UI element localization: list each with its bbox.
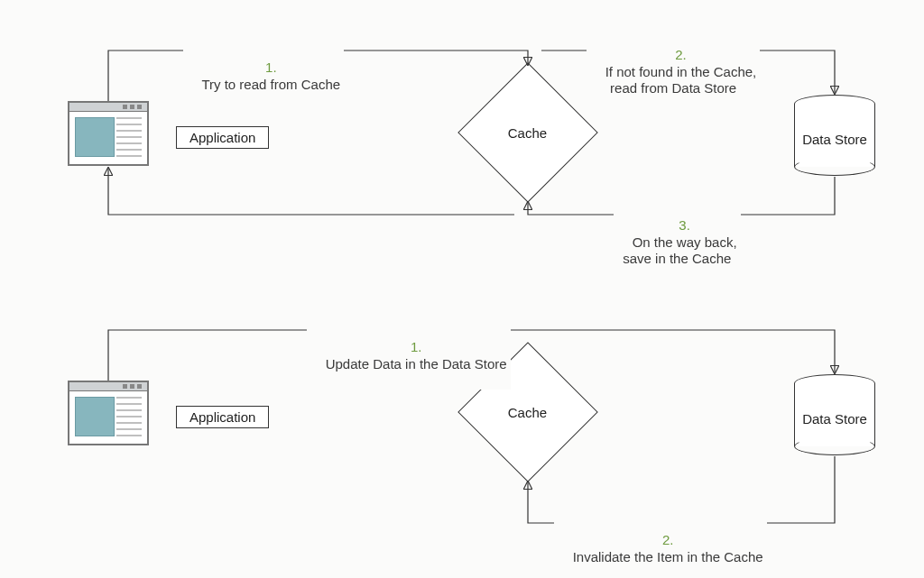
step-text: On the way back, save in the Cache: [623, 234, 736, 267]
datastore-label: Data Store: [802, 411, 867, 427]
datastore-label: Data Store: [802, 132, 867, 147]
application-node-label: Application: [176, 406, 269, 428]
step-text: Update Data in the Data Store: [326, 356, 507, 372]
flow-step-3: 3. On the way back, save in the Cache: [614, 200, 741, 285]
step-number: 2.: [662, 532, 674, 547]
step-text: Try to read from Cache: [201, 77, 340, 92]
datastore-node: Data Store: [794, 95, 875, 176]
flow-lines-top: [0, 0, 924, 578]
cache-node: Cache: [457, 62, 598, 203]
flow-step-1: 1. Try to read from Cache: [183, 42, 344, 110]
step-number: 3.: [679, 217, 690, 233]
flow-lines-bottom: [0, 0, 924, 578]
datastore-node: Data Store: [794, 374, 875, 455]
flow-step-2: 2. If not found in the Cache, read from …: [587, 30, 760, 115]
step-number: 2.: [675, 47, 687, 62]
flow-step-2: 2. Invalidate the Item in the Cache: [554, 515, 767, 578]
step-text: Invalidate the Item in the Cache: [573, 549, 763, 564]
application-node-label: Application: [176, 126, 269, 149]
step-number: 1.: [265, 60, 277, 75]
application-icon: [68, 101, 149, 166]
flow-step-1: 1. Update Data in the Data Store: [307, 322, 511, 390]
cache-label: Cache: [508, 404, 547, 419]
application-icon: [68, 381, 149, 445]
step-text: If not found in the Cache, read from Dat…: [605, 64, 757, 96]
cache-label: Cache: [508, 124, 547, 140]
step-number: 1.: [411, 339, 422, 354]
